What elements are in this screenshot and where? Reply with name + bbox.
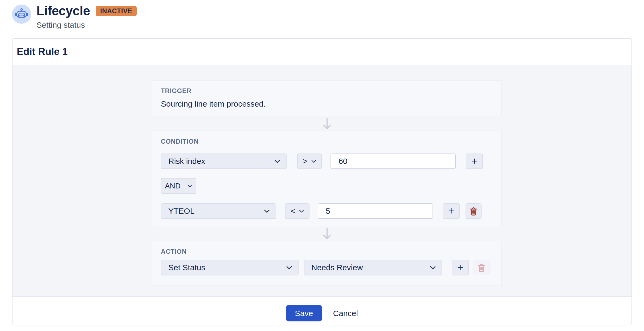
trash-icon xyxy=(470,207,478,216)
condition-operator-value: > xyxy=(303,157,308,166)
trash-icon xyxy=(478,263,486,272)
action-type-value: Set Status xyxy=(168,263,205,272)
condition-value-input[interactable] xyxy=(331,154,456,169)
chevron-down-icon xyxy=(264,209,270,213)
delete-action-button-disabled xyxy=(474,260,490,275)
action-type-select[interactable]: Set Status xyxy=(161,260,299,275)
combinator-select[interactable]: AND xyxy=(161,178,196,194)
condition-block: CONDITION Risk index > + xyxy=(152,131,502,226)
chevron-down-icon xyxy=(286,266,292,269)
condition-row: Risk index > + xyxy=(161,154,493,169)
action-value-select[interactable]: Needs Review xyxy=(304,260,442,275)
chevron-down-icon xyxy=(188,184,192,187)
card-body: TRIGGER Sourcing line item processed. CO… xyxy=(13,65,631,297)
robot-icon xyxy=(15,8,28,21)
action-row: Set Status Needs Review + xyxy=(161,260,493,275)
action-block: ACTION Set Status Needs Review + xyxy=(152,241,502,285)
trigger-block: TRIGGER Sourcing line item processed. xyxy=(152,80,502,116)
combinator-value: AND xyxy=(165,182,181,190)
add-condition-button[interactable]: + xyxy=(466,154,483,169)
combinator-row: AND xyxy=(161,178,493,194)
cancel-link[interactable]: Cancel xyxy=(333,309,358,318)
card-header: Edit Rule 1 xyxy=(13,39,631,65)
save-button[interactable]: Save xyxy=(286,305,322,321)
plus-icon: + xyxy=(457,262,463,272)
arrow-down-icon xyxy=(322,118,332,130)
flow-connector xyxy=(152,226,502,241)
flow-connector xyxy=(152,116,502,131)
rule-flow: TRIGGER Sourcing line item processed. CO… xyxy=(152,80,502,285)
action-label: ACTION xyxy=(161,248,493,255)
condition-field-select[interactable]: YTEOL xyxy=(161,203,276,219)
card-title: Edit Rule 1 xyxy=(17,46,627,57)
condition-label: CONDITION xyxy=(161,138,493,145)
condition-row: YTEOL < + xyxy=(161,203,493,219)
condition-operator-select[interactable]: > xyxy=(297,154,322,169)
trigger-description: Sourcing line item processed. xyxy=(161,99,493,109)
page-title: Lifecycle xyxy=(36,5,90,17)
arrow-down-icon xyxy=(322,228,332,240)
plus-icon: + xyxy=(471,156,477,166)
condition-field-value: Risk index xyxy=(168,157,205,166)
trigger-label: TRIGGER xyxy=(161,87,493,94)
condition-field-select[interactable]: Risk index xyxy=(161,154,287,169)
action-value: Needs Review xyxy=(311,263,363,272)
chevron-down-icon xyxy=(274,160,280,163)
status-badge: INACTIVE xyxy=(96,6,137,16)
condition-operator-select[interactable]: < xyxy=(285,203,309,219)
page-subtitle: Setting status xyxy=(36,21,137,30)
chevron-down-icon xyxy=(430,266,436,269)
condition-operator-value: < xyxy=(291,207,295,216)
condition-field-value: YTEOL xyxy=(168,207,194,216)
delete-condition-button[interactable] xyxy=(466,203,482,219)
card-footer: Save Cancel xyxy=(13,297,631,325)
edit-rule-card: Edit Rule 1 TRIGGER Sourcing line item p… xyxy=(12,38,632,325)
chevron-down-icon xyxy=(299,210,304,213)
app-header: Lifecycle INACTIVE Setting status xyxy=(0,0,644,30)
add-condition-button[interactable]: + xyxy=(443,203,460,219)
bot-avatar xyxy=(12,5,31,24)
chevron-down-icon xyxy=(311,160,316,163)
plus-icon: + xyxy=(448,206,454,216)
condition-value-input[interactable] xyxy=(318,203,433,219)
add-action-button[interactable]: + xyxy=(452,260,469,275)
